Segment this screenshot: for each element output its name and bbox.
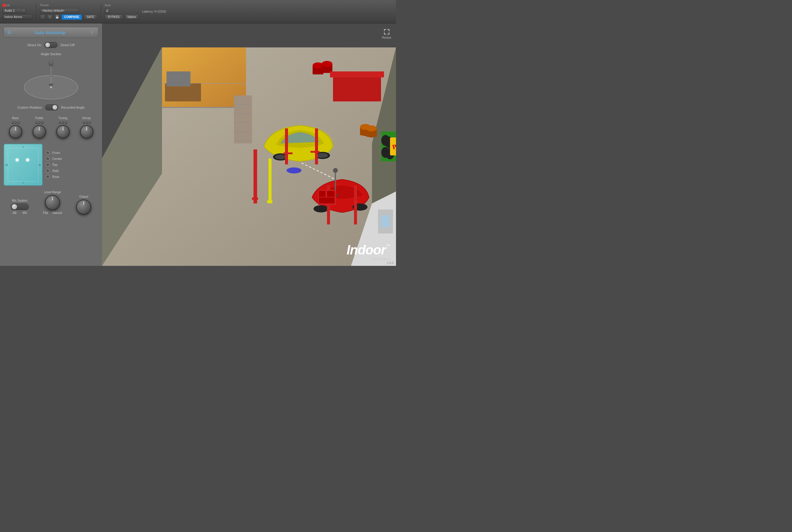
svg-rect-45 [284,152,292,154]
preset-minus[interactable]: − [40,14,45,20]
mic-system-knob [12,204,17,209]
workshop-svg: Pirelli [102,23,396,266]
resize-label: Resize [382,36,391,39]
svg-point-58 [366,126,377,131]
direct-toggle[interactable] [44,42,58,48]
output-tick [83,201,84,205]
mic-pos-top[interactable]: Top [45,163,62,167]
preset-dropdown[interactable]: <factory default> [40,8,79,14]
mic-pos-front[interactable]: Front [45,151,62,155]
mic-radio-rear[interactable] [45,175,50,179]
track-label: Track [2,4,33,7]
mic-ellipse-shadow [49,75,53,77]
latency-label: Latency: H (1024) [142,10,166,13]
version-label: 1.0.0 [387,261,393,265]
output-knob[interactable] [76,200,91,214]
custom-rotation-label: Custom Rotation [17,106,42,109]
flat-label: Flat [43,211,48,214]
top-bar: Track Audio 1 a Indoor Atmos Preset <fac… [0,0,396,23]
ab-label: AB [13,211,17,214]
level-range-group: Level Range Flat Natural [43,191,62,214]
indoor-atmos-dropdown[interactable]: Indoor Atmos [2,14,33,20]
mic-radio-front[interactable] [45,151,50,155]
svg-rect-78 [319,197,334,204]
svg-point-68 [333,168,338,173]
svg-rect-71 [253,149,257,204]
grid-arrow-left[interactable]: ◀ [5,163,7,167]
preset-plus[interactable]: + [47,14,53,20]
level-range-knob[interactable] [45,195,60,210]
bass-label: Bass [12,116,19,120]
menu-icon[interactable]: ☰ [7,30,12,35]
center-dot [50,87,52,88]
mic-head [49,60,53,66]
position-section: ◀ ▶ ▲ ▼ Front Center Top [4,144,98,186]
level-range-tick [52,197,53,201]
safe-button[interactable]: SAFE [84,14,97,20]
ms-label: MS [22,211,27,214]
mic-radio-side[interactable] [45,169,50,173]
treble-knob[interactable] [33,125,46,138]
mic-system-toggle[interactable] [11,204,29,210]
compare-button[interactable]: COMPARE [61,14,82,20]
svg-rect-29 [167,71,191,87]
resize-icon [383,28,390,35]
decay-label: Decay [82,116,91,120]
decay-knob[interactable] [80,125,93,138]
tuning-knob[interactable] [56,125,70,138]
mic-label-front: Front [52,151,60,154]
decay-indicators [82,121,91,124]
mic-label-center: Center [52,157,62,160]
tuning-knob-tick [62,127,63,131]
output-label: Output [79,195,88,198]
mic-label-side: Side [52,169,59,173]
treble-group: Treble [33,116,46,138]
separator-1 [36,4,36,19]
knobs-section: Bass Treble Tuning [4,114,98,141]
preset-save[interactable]: 💾 [54,14,60,20]
grid-arrow-top[interactable]: ▲ [22,145,25,148]
mic-system-group: Mic System AB MS [11,199,29,214]
mic-radio-top[interactable] [45,163,50,167]
auto-icon[interactable]: 🖨 [105,8,110,14]
mic-pos-center[interactable]: Center [45,157,62,161]
direct-off-label: Direct Off [61,43,74,47]
svg-point-35 [322,61,332,67]
svg-rect-72 [252,197,258,200]
window-close-button[interactable] [2,4,6,7]
angle-ellipse[interactable] [24,75,78,99]
svg-rect-43 [285,129,288,165]
svg-rect-37 [333,77,381,101]
svg-point-42 [317,153,328,158]
mic-radio-center[interactable] [45,157,50,161]
level-range-label: Level Range [44,191,61,194]
track-tag: a [23,9,24,12]
mic-pos-side[interactable]: Side [45,169,62,173]
mic-system-label: Mic System [12,199,27,202]
grid-arrow-right[interactable]: ▶ [39,163,41,167]
separator-2 [101,4,101,19]
mic-pos-rear[interactable]: Rear [45,175,62,179]
native-button[interactable]: Native [125,14,139,20]
grid-arrow-bottom[interactable]: ▼ [22,181,25,185]
bass-knob-tick [15,127,16,131]
auto-label: Auto [105,4,139,7]
treble-label: Treble [35,116,43,120]
svg-rect-44 [315,129,318,165]
rotation-toggle[interactable] [45,104,58,110]
svg-rect-76 [319,191,326,197]
resize-button[interactable]: Resize [382,28,391,39]
scene-area: Pirelli [102,23,396,266]
track-dropdown[interactable]: Audio 1 a [2,8,26,14]
mic-label-top: Top [52,163,58,167]
svg-point-49 [313,205,328,212]
recorded-angle-label: Recorded Angle [61,106,84,109]
toggle-knob [45,43,50,48]
bass-knob[interactable] [9,125,22,138]
info-icon[interactable]: ℹ [89,30,95,35]
bypass-button[interactable]: BYPASS [105,14,123,20]
svg-rect-22 [234,95,252,144]
svg-rect-52 [354,186,357,225]
natural-label: Natural [52,211,62,214]
position-grid[interactable]: ◀ ▶ ▲ ▼ [4,144,43,186]
